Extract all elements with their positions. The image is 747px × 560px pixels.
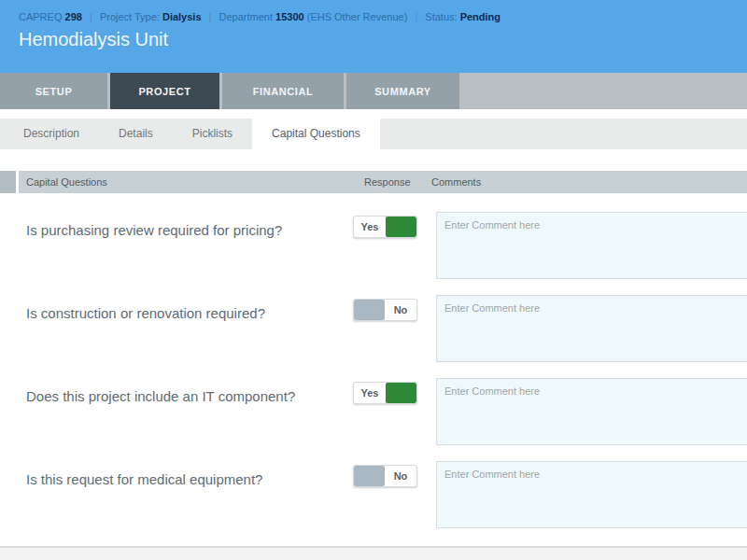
sub-tab-label: Details bbox=[119, 127, 153, 140]
table-header-stub bbox=[0, 171, 16, 193]
project-type-value: Dialysis bbox=[162, 11, 202, 22]
question-cell: Is this request for medical equipment? bbox=[0, 445, 353, 528]
comment-textarea[interactable] bbox=[436, 461, 747, 528]
toggle-value-label: Yes bbox=[354, 221, 386, 232]
toggle-knob bbox=[386, 217, 416, 237]
response-toggle[interactable]: No bbox=[353, 299, 417, 321]
question-row: Is construction or renovation required? … bbox=[0, 279, 747, 362]
separator: | bbox=[415, 11, 417, 22]
response-cell: Yes bbox=[353, 362, 436, 445]
main-tab-label: SUMMARY bbox=[374, 86, 431, 97]
response-cell: No bbox=[353, 279, 436, 362]
page-title: Hemodialysis Unit bbox=[19, 29, 747, 50]
column-header-comments: Comments bbox=[431, 176, 481, 188]
sub-tab-label: Picklists bbox=[192, 127, 233, 140]
question-text: Is this request for medical equipment? bbox=[26, 471, 262, 487]
toggle-value-label: No bbox=[385, 470, 416, 482]
toggle-knob bbox=[386, 383, 416, 403]
department-label: Department bbox=[219, 11, 273, 22]
response-cell: No bbox=[353, 445, 436, 528]
question-text: Is purchasing review required for pricin… bbox=[26, 222, 282, 238]
toggle-value-label: Yes bbox=[354, 387, 386, 399]
sub-tab-details[interactable]: Details bbox=[99, 119, 173, 149]
sub-tab-capital-questions[interactable]: Capital Questions bbox=[252, 119, 380, 149]
column-header-question: Capital Questions bbox=[26, 176, 107, 188]
question-rows: Is purchasing review required for pricin… bbox=[0, 196, 747, 528]
toggle-knob bbox=[354, 300, 385, 320]
table-header-row: Capital Questions Response Comments bbox=[19, 171, 747, 193]
separator: | bbox=[90, 11, 92, 22]
main-tab-label: PROJECT bbox=[138, 86, 190, 97]
tab-bar-filler bbox=[462, 73, 747, 109]
comment-textarea[interactable] bbox=[436, 378, 747, 445]
question-row: Is purchasing review required for pricin… bbox=[0, 196, 747, 279]
comment-textarea[interactable] bbox=[436, 295, 747, 362]
sub-tab-wrap: DescriptionDetailsPicklistsCapital Quest… bbox=[0, 119, 747, 149]
response-toggle[interactable]: Yes bbox=[353, 216, 417, 238]
response-cell: Yes bbox=[353, 196, 436, 279]
department-suffix: (EHS Other Revenue) bbox=[307, 11, 408, 22]
comments-cell bbox=[436, 445, 747, 528]
question-cell: Is purchasing review required for pricin… bbox=[0, 196, 353, 279]
question-text: Does this project include an IT componen… bbox=[26, 388, 295, 404]
main-tab-label: SETUP bbox=[35, 86, 73, 97]
question-row: Does this project include an IT componen… bbox=[0, 362, 747, 445]
question-cell: Is construction or renovation required? bbox=[0, 279, 353, 362]
question-row: Is this request for medical equipment? N… bbox=[0, 445, 747, 528]
table-header: Capital Questions Response Comments bbox=[0, 171, 747, 193]
main-tab-bar: SETUPPROJECTFINANCIALSUMMARY bbox=[0, 73, 747, 109]
tab-summary[interactable]: SUMMARY bbox=[346, 73, 459, 109]
sub-tab-label: Description bbox=[23, 127, 79, 140]
sub-tab-label: Capital Questions bbox=[272, 127, 360, 140]
capital-questions-panel: Capital Questions Response Comments Is p… bbox=[0, 171, 747, 528]
capreq-label: CAPREQ bbox=[19, 11, 62, 22]
tab-setup[interactable]: SETUP bbox=[0, 73, 107, 109]
sub-tab-description[interactable]: Description bbox=[4, 119, 99, 149]
response-toggle[interactable]: No bbox=[353, 465, 417, 487]
column-header-response: Response bbox=[364, 176, 411, 188]
comments-cell bbox=[436, 362, 747, 445]
question-text: Is construction or renovation required? bbox=[26, 305, 265, 321]
sub-tab-bar: DescriptionDetailsPicklistsCapital Quest… bbox=[0, 119, 747, 149]
comments-cell bbox=[436, 196, 747, 279]
response-toggle[interactable]: Yes bbox=[353, 382, 417, 404]
comment-textarea[interactable] bbox=[436, 212, 747, 279]
sub-tab-picklists[interactable]: Picklists bbox=[173, 119, 252, 149]
capreq-value: 298 bbox=[65, 11, 82, 22]
status-value: Pending bbox=[460, 11, 500, 22]
comments-cell bbox=[436, 279, 747, 362]
footer-strip bbox=[0, 546, 747, 560]
tab-financial[interactable]: FINANCIAL bbox=[222, 73, 344, 109]
project-type-label: Project Type: bbox=[100, 11, 160, 22]
header: CAPREQ 298 | Project Type: Dialysis | De… bbox=[0, 0, 747, 73]
tab-project[interactable]: PROJECT bbox=[110, 73, 219, 109]
status-label: Status: bbox=[425, 11, 457, 22]
separator: | bbox=[209, 11, 212, 22]
app-window: CAPREQ 298 | Project Type: Dialysis | De… bbox=[0, 0, 747, 560]
toggle-value-label: No bbox=[385, 304, 416, 315]
toggle-knob bbox=[354, 466, 385, 486]
main-tab-label: FINANCIAL bbox=[253, 86, 314, 97]
project-info-bar: CAPREQ 298 | Project Type: Dialysis | De… bbox=[19, 0, 747, 22]
department-value: 15300 bbox=[275, 11, 304, 22]
question-cell: Does this project include an IT componen… bbox=[0, 362, 353, 445]
